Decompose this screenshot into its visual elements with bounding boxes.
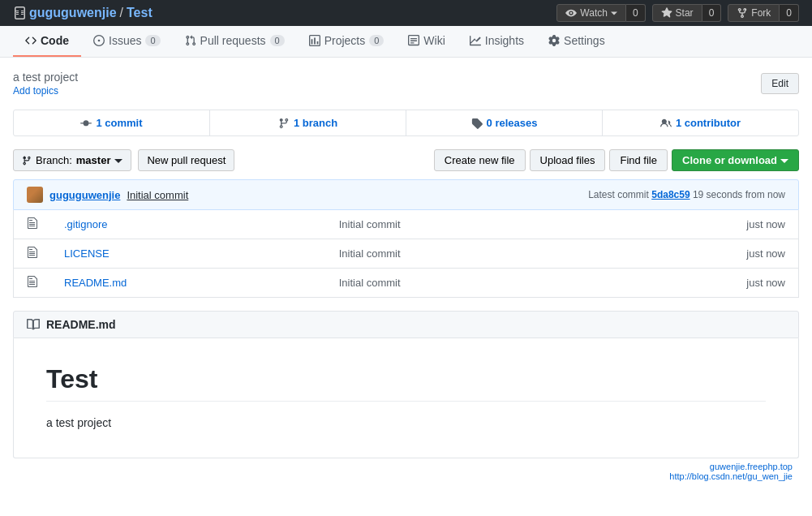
find-file-button[interactable]: Find file xyxy=(609,149,668,171)
contributors-icon xyxy=(660,118,672,129)
readme-header-label: README.md xyxy=(46,318,116,331)
issues-badge: 0 xyxy=(145,35,160,46)
file-type-icon xyxy=(14,239,52,269)
stat-branches[interactable]: 1 branch xyxy=(210,110,406,135)
tab-issues[interactable]: Issues 0 xyxy=(81,26,173,57)
tab-settings[interactable]: Settings xyxy=(536,26,617,57)
file-time: just now xyxy=(597,210,799,239)
file-name[interactable]: README.md xyxy=(51,269,326,298)
repo-description-text: a test project xyxy=(13,71,78,84)
desc-left: a test project Add topics xyxy=(13,71,78,97)
commits-link[interactable]: 1 commit xyxy=(96,117,142,129)
releases-link[interactable]: 0 releases xyxy=(487,117,538,129)
latest-commit-row: guguguwenjie Initial commit Latest commi… xyxy=(13,179,799,210)
commit-sha-link[interactable]: 5da8c59 xyxy=(651,189,690,200)
readme-header: README.md xyxy=(13,311,799,338)
branch-icon xyxy=(278,118,290,129)
repo-nav: Code Issues 0 Pull requests 0 Projects 0… xyxy=(0,26,812,58)
file-time: just now xyxy=(597,269,799,298)
watermark-link2[interactable]: http://blog.csdn.net/gu_wen_jie xyxy=(669,471,793,481)
file-table: .gitignore Initial commit just now LICEN… xyxy=(13,210,799,298)
readme-icon xyxy=(27,318,40,331)
star-group: Star 0 xyxy=(652,4,722,22)
caret-down-icon xyxy=(611,10,617,16)
commit-meta: Latest commit 5da8c59 19 seconds from no… xyxy=(588,189,785,200)
pr-badge: 0 xyxy=(270,35,285,46)
file-type-icon xyxy=(14,269,52,298)
issue-icon xyxy=(93,35,105,46)
file-commit-msg: Initial commit xyxy=(326,269,597,298)
wiki-icon xyxy=(408,35,419,46)
branch-controls: Branch: master New pull request xyxy=(13,149,234,171)
insights-icon xyxy=(470,35,481,46)
org-link[interactable]: guguguwenjie xyxy=(29,6,117,20)
readme-description: a test project xyxy=(46,415,766,432)
stat-releases[interactable]: 0 releases xyxy=(406,110,603,135)
upload-files-button[interactable]: Upload files xyxy=(530,149,606,171)
settings-icon xyxy=(548,35,560,46)
add-topics-link[interactable]: Add topics xyxy=(13,85,58,97)
code-icon xyxy=(25,35,37,46)
project-icon xyxy=(309,35,320,46)
edit-button[interactable]: Edit xyxy=(761,73,799,94)
pr-icon xyxy=(185,35,196,46)
separator: / xyxy=(120,6,123,20)
watermark-link1[interactable]: guwenjie.freephp.top xyxy=(710,462,793,471)
projects-badge: 0 xyxy=(369,35,384,46)
star-button[interactable]: Star xyxy=(652,4,702,22)
watch-count[interactable]: 0 xyxy=(626,4,646,22)
tab-projects[interactable]: Projects 0 xyxy=(297,26,397,57)
fork-icon xyxy=(737,7,748,19)
file-actions-bar: Branch: master New pull request Create n… xyxy=(13,149,799,171)
tag-icon xyxy=(471,118,483,129)
watch-group: Watch 0 xyxy=(556,4,645,22)
watch-button[interactable]: Watch xyxy=(556,4,626,22)
stat-contributors[interactable]: 1 contributor xyxy=(603,110,798,135)
file-time: just now xyxy=(597,239,799,269)
file-name[interactable]: LICENSE xyxy=(51,239,326,269)
contributors-link[interactable]: 1 contributor xyxy=(676,117,741,129)
author-avatar xyxy=(27,187,43,203)
file-name[interactable]: .gitignore xyxy=(51,210,326,239)
file-commit-msg: Initial commit xyxy=(326,239,597,269)
top-bar: guguguwenjie / Test Watch 0 Star 0 xyxy=(0,0,812,26)
repo-title: guguguwenjie / Test xyxy=(13,6,153,20)
readme-body: Test a test project xyxy=(13,338,799,458)
tab-wiki[interactable]: Wiki xyxy=(396,26,457,57)
repo-link[interactable]: Test xyxy=(127,6,153,20)
stats-bar: 1 commit 1 branch 0 releases 1 contribut… xyxy=(13,110,799,136)
repo-description-row: a test project Add topics Edit xyxy=(13,71,799,97)
dropdown-icon xyxy=(114,157,122,165)
readme-title: Test xyxy=(46,364,766,402)
tab-code[interactable]: Code xyxy=(13,26,81,57)
stat-commits[interactable]: 1 commit xyxy=(14,110,210,135)
file-commit-msg: Initial commit xyxy=(326,210,597,239)
eye-icon xyxy=(565,7,577,19)
file-buttons: Create new file Upload files Find file C… xyxy=(434,149,799,171)
tab-pull-requests[interactable]: Pull requests 0 xyxy=(173,26,297,57)
branch-select-icon xyxy=(22,156,32,166)
fork-button[interactable]: Fork xyxy=(728,4,780,22)
book-icon xyxy=(13,6,26,19)
commit-info: guguguwenjie Initial commit xyxy=(27,187,188,203)
main-content: a test project Add topics Edit 1 commit … xyxy=(0,58,812,497)
table-row: LICENSE Initial commit just now xyxy=(14,239,799,269)
table-row: README.md Initial commit just now xyxy=(14,269,799,298)
fork-group: Fork 0 xyxy=(728,4,799,22)
star-count[interactable]: 0 xyxy=(702,4,722,22)
file-type-icon xyxy=(14,210,52,239)
star-icon xyxy=(661,7,672,19)
watermark: guwenjie.freephp.top http://blog.csdn.ne… xyxy=(13,458,799,484)
branch-selector[interactable]: Branch: master xyxy=(13,149,131,171)
commits-icon xyxy=(80,118,92,129)
table-row: .gitignore Initial commit just now xyxy=(14,210,799,239)
commit-author-link[interactable]: guguguwenjie xyxy=(49,189,120,201)
top-bar-actions: Watch 0 Star 0 Fork 0 xyxy=(556,4,799,22)
clone-button[interactable]: Clone or download xyxy=(672,149,799,171)
create-file-button[interactable]: Create new file xyxy=(434,149,526,171)
new-pr-button[interactable]: New pull request xyxy=(138,149,234,171)
tab-insights[interactable]: Insights xyxy=(458,26,536,57)
commit-message-link[interactable]: Initial commit xyxy=(127,189,188,201)
branches-link[interactable]: 1 branch xyxy=(294,117,337,129)
fork-count[interactable]: 0 xyxy=(780,4,799,22)
